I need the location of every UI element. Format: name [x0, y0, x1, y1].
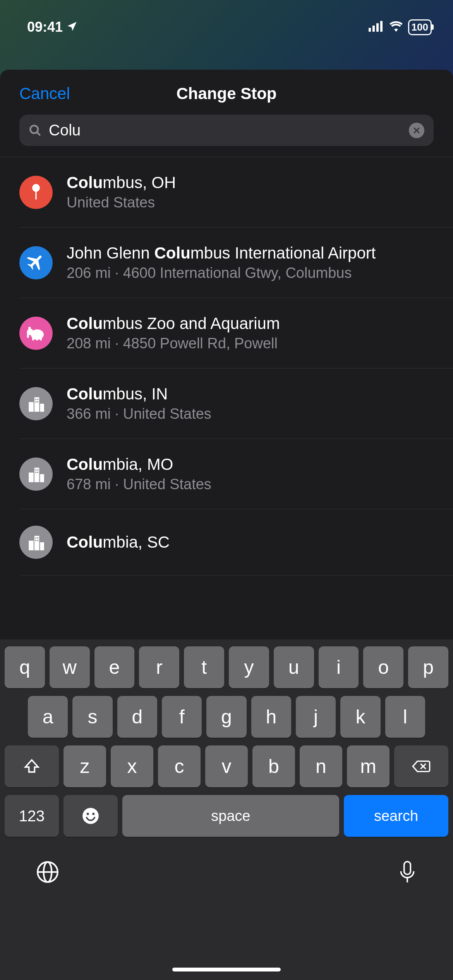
result-text: John Glenn Columbus International Airpor…: [67, 244, 434, 281]
svg-point-41: [87, 813, 89, 815]
key-i[interactable]: i: [319, 646, 359, 688]
svg-rect-17: [29, 402, 34, 411]
key-g[interactable]: g: [206, 696, 246, 738]
key-a[interactable]: a: [28, 696, 68, 738]
svg-rect-19: [40, 404, 44, 412]
result-text: Columbia, MO 678 mi · United States: [67, 455, 434, 493]
svg-rect-9: [35, 188, 36, 199]
clear-search-button[interactable]: [409, 123, 424, 138]
svg-rect-1: [372, 26, 375, 32]
search-result-row[interactable]: Columbus, IN 366 mi · United States: [19, 368, 453, 439]
search-result-row[interactable]: John Glenn Columbus International Airpor…: [19, 228, 453, 298]
wifi-icon: [389, 19, 403, 35]
key-f[interactable]: f: [162, 696, 202, 738]
search-result-row[interactable]: Columbus Zoo and Aquarium 208 mi · 4850 …: [19, 298, 453, 368]
svg-rect-20: [35, 399, 36, 400]
svg-rect-30: [37, 471, 38, 473]
shift-key[interactable]: [5, 745, 59, 787]
svg-rect-33: [40, 542, 44, 550]
space-key[interactable]: space: [122, 795, 339, 837]
svg-rect-32: [34, 536, 39, 550]
svg-point-40: [82, 808, 99, 824]
search-result-row[interactable]: Columbia, MO 678 mi · United States: [19, 439, 453, 509]
search-icon: [29, 124, 42, 137]
result-title: Columbus, IN: [67, 385, 434, 403]
svg-rect-26: [40, 474, 44, 482]
svg-rect-12: [27, 331, 29, 338]
search-result-row[interactable]: Columbia, SC: [19, 509, 453, 576]
cancel-button[interactable]: Cancel: [19, 84, 70, 103]
result-subtitle: 208 mi · 4850 Powell Rd, Powell: [67, 335, 434, 352]
key-b[interactable]: b: [252, 745, 295, 787]
svg-line-5: [37, 132, 40, 135]
svg-rect-31: [29, 541, 34, 550]
search-key[interactable]: search: [344, 795, 448, 837]
key-w[interactable]: w: [50, 646, 90, 688]
result-text: Columbia, SC: [67, 533, 434, 552]
key-k[interactable]: k: [340, 696, 380, 738]
key-j[interactable]: j: [296, 696, 336, 738]
search-input[interactable]: [49, 122, 402, 139]
search-field-wrap[interactable]: [19, 115, 434, 146]
svg-rect-27: [35, 469, 36, 470]
home-indicator[interactable]: [172, 968, 281, 971]
key-q[interactable]: q: [5, 646, 45, 688]
svg-rect-14: [36, 337, 38, 340]
key-h[interactable]: h: [251, 696, 291, 738]
result-title: Columbia, MO: [67, 455, 434, 474]
svg-point-4: [30, 125, 38, 133]
pin-icon: [19, 176, 53, 209]
svg-rect-28: [37, 469, 38, 470]
zoo-icon: [19, 317, 53, 350]
backspace-key[interactable]: [394, 745, 448, 787]
sheet-title: Change Stop: [177, 84, 277, 103]
key-l[interactable]: l: [385, 696, 425, 738]
city-icon: [19, 387, 53, 420]
city-icon: [19, 457, 53, 491]
key-s[interactable]: s: [72, 696, 112, 738]
key-n[interactable]: n: [300, 745, 342, 787]
result-subtitle: 366 mi · United States: [67, 406, 434, 422]
status-time: 09:41: [27, 19, 63, 35]
result-title: Columbia, SC: [67, 533, 434, 552]
key-m[interactable]: m: [347, 745, 390, 787]
key-c[interactable]: c: [158, 745, 201, 787]
sheet-header: Cancel Change Stop: [0, 70, 453, 115]
emoji-key[interactable]: [63, 795, 118, 837]
result-title: John Glenn Columbus International Airpor…: [67, 244, 434, 262]
key-x[interactable]: x: [111, 745, 153, 787]
svg-rect-18: [34, 397, 39, 412]
svg-rect-13: [32, 337, 34, 340]
svg-rect-25: [34, 468, 39, 482]
svg-rect-35: [37, 538, 38, 539]
result-subtitle: 678 mi · United States: [67, 476, 434, 493]
key-v[interactable]: v: [205, 745, 248, 787]
key-r[interactable]: r: [139, 646, 179, 688]
key-d[interactable]: d: [117, 696, 157, 738]
key-p[interactable]: p: [408, 646, 448, 688]
cellular-signal-icon: [369, 19, 384, 35]
location-arrow-icon: [67, 21, 77, 34]
result-title: Columbus Zoo and Aquarium: [67, 314, 434, 333]
key-y[interactable]: y: [229, 646, 269, 688]
microphone-icon[interactable]: [397, 860, 417, 886]
svg-rect-0: [369, 28, 371, 32]
svg-rect-24: [29, 472, 34, 482]
numbers-key[interactable]: 123: [5, 795, 59, 837]
result-text: Columbus Zoo and Aquarium 208 mi · 4850 …: [67, 314, 434, 352]
svg-rect-29: [35, 471, 36, 473]
key-o[interactable]: o: [363, 646, 403, 688]
search-result-row[interactable]: Columbus, OH United States: [19, 157, 453, 228]
search-results: Columbus, OH United States John Glenn Co…: [0, 157, 453, 576]
svg-rect-36: [35, 540, 36, 541]
key-t[interactable]: t: [184, 646, 224, 688]
globe-icon[interactable]: [36, 860, 60, 886]
search-sheet: Cancel Change Stop Columbus, OH United S…: [0, 70, 453, 980]
keyboard: qwertyuiop asdfghjkl zxcvbnm 123: [0, 639, 453, 980]
svg-rect-46: [404, 862, 411, 874]
key-e[interactable]: e: [94, 646, 135, 688]
svg-rect-23: [37, 401, 38, 402]
key-u[interactable]: u: [274, 646, 314, 688]
svg-rect-37: [37, 540, 38, 541]
key-z[interactable]: z: [63, 745, 106, 787]
